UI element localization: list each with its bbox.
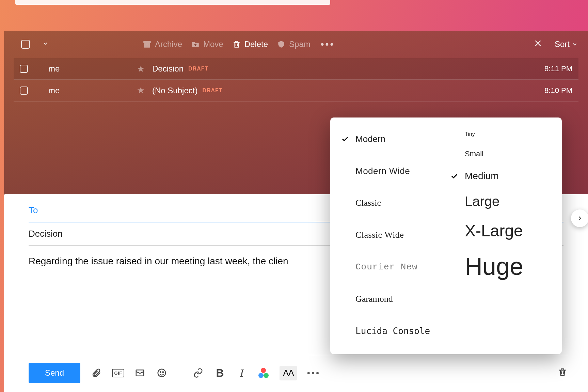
row-sender: me [48,64,137,74]
font-family-option[interactable]: Courier New [340,259,442,275]
message-toolbar: Archive Move Delete Spam ••• Sort [4,31,588,58]
chevron-down-icon [572,41,578,47]
send-button[interactable]: Send [29,363,80,383]
attach-button[interactable] [91,367,102,379]
font-picker-popup: ModernModern WideClassicClassic WideCour… [330,117,562,354]
svg-point-1 [158,369,166,377]
italic-button[interactable]: I [236,367,248,379]
message-row[interactable]: me★(No Subject)DRAFT8:10 PM [14,80,578,101]
font-family-label: Modern Wide [355,166,410,176]
font-family-label: Garamond [355,294,393,304]
gif-button[interactable]: GIF [112,367,124,379]
font-size-label: Large [465,194,499,209]
row-time: 8:11 PM [544,64,572,73]
font-size-label: X-Large [465,221,523,240]
font-size-list: TinySmallMediumLargeX-LargeHuge [442,131,552,344]
close-icon [534,39,542,48]
sort-button[interactable]: Sort [555,40,578,49]
font-family-label: Classic [355,198,381,208]
text-color-button[interactable] [258,367,269,379]
delete-label: Delete [244,40,268,49]
font-family-label: Courier New [355,262,418,272]
spam-button[interactable]: Spam [277,40,311,49]
discard-button[interactable] [557,367,568,379]
font-family-option[interactable]: Modern [340,131,442,147]
font-size-label: Huge [465,252,523,280]
smiley-icon [157,368,167,378]
delete-button[interactable]: Delete [232,40,268,49]
trash-icon [557,367,568,377]
more-actions-button[interactable]: ••• [321,39,335,50]
card-button[interactable] [134,367,146,379]
font-size-label: Small [465,150,483,158]
to-label: To [29,205,38,215]
draft-badge: DRAFT [188,66,208,72]
emoji-button[interactable] [156,367,168,379]
font-size-option[interactable]: Medium [450,171,552,182]
row-time: 8:10 PM [544,86,572,95]
shield-x-icon [277,40,286,49]
font-size-label: Medium [465,171,499,182]
browser-url-bar-fragment [15,0,330,5]
font-family-list: ModernModern WideClassicClassic WideCour… [340,131,442,344]
row-subject: (No Subject) [152,86,197,95]
font-size-option[interactable]: X-Large [450,221,552,240]
font-family-option[interactable]: Lucida Console [340,323,442,339]
more-format-button[interactable]: ••• [307,368,320,378]
gif-icon: GIF [112,369,124,377]
row-sender: me [48,86,137,95]
expand-compose-button[interactable] [571,209,588,227]
font-family-label: Classic Wide [355,230,404,240]
chevron-right-icon [576,215,583,222]
italic-icon: I [240,367,244,379]
font-aa-icon: AA [283,368,293,378]
font-size-option[interactable]: Small [450,150,552,158]
color-dots-icon [258,368,269,378]
font-family-option[interactable]: Classic Wide [340,227,442,243]
font-size-option[interactable]: Huge [450,252,552,280]
trash-icon [232,40,241,49]
font-family-option[interactable]: Modern Wide [340,163,442,179]
star-icon[interactable]: ★ [137,64,145,74]
archive-label: Archive [155,40,182,49]
font-size-button[interactable]: AA [280,366,297,380]
svg-point-3 [163,372,164,373]
archive-icon [143,40,152,49]
select-all-checkbox[interactable] [21,40,30,49]
move-button[interactable]: Move [191,40,223,49]
font-size-option[interactable]: Large [450,194,552,209]
select-menu-chevron[interactable] [42,41,48,48]
link-icon [193,368,203,378]
row-checkbox[interactable] [20,87,28,95]
message-list: me★DecisionDRAFT8:11 PMme★(No Subject)DR… [14,58,578,101]
move-icon [191,40,200,49]
close-button[interactable] [534,39,542,50]
font-family-label: Lucida Console [355,326,430,336]
card-heart-icon [135,368,145,378]
link-button[interactable] [192,367,204,379]
star-icon[interactable]: ★ [137,85,145,96]
spam-label: Spam [289,40,311,49]
bold-icon: B [216,367,224,379]
paperclip-icon [91,368,101,378]
body-text: Regarding the issue raised in our meetin… [29,256,288,266]
sort-label: Sort [555,40,570,49]
toolbar-divider [180,366,180,380]
bold-button[interactable]: B [214,367,226,379]
archive-button[interactable]: Archive [143,40,182,49]
compose-toolbar: Send GIF B I AA ••• [29,355,568,383]
font-size-label: Tiny [465,131,475,137]
subject-value: Decision [29,229,63,239]
message-row[interactable]: me★DecisionDRAFT8:11 PM [14,58,578,80]
move-label: Move [203,40,223,49]
row-checkbox[interactable] [20,65,28,73]
font-size-option[interactable]: Tiny [450,131,552,137]
font-family-option[interactable]: Classic [340,195,442,211]
svg-point-2 [160,372,161,373]
row-subject: Decision [152,64,184,74]
font-family-label: Modern [355,134,385,144]
font-family-option[interactable]: Garamond [340,291,442,307]
draft-badge: DRAFT [202,88,222,94]
